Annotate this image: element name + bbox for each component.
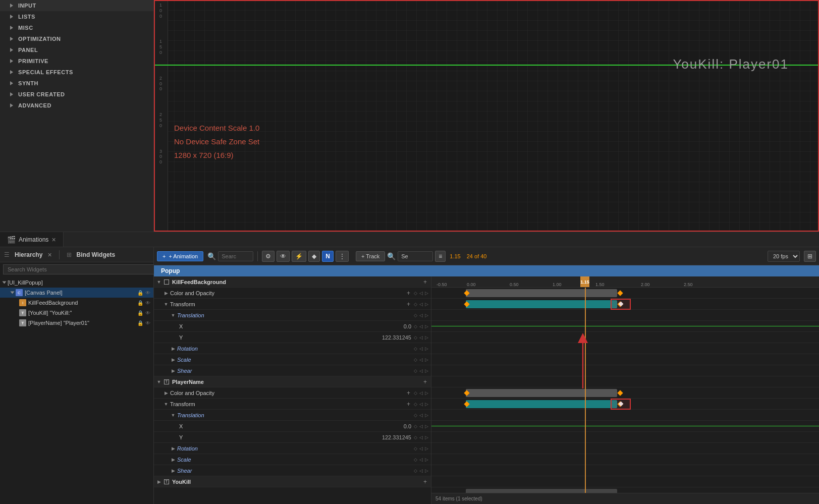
keyframe-icon[interactable]: ◇ bbox=[413, 413, 418, 418]
nav-next-icon[interactable]: ▷ bbox=[424, 357, 429, 362]
nav-next-icon[interactable]: ▷ bbox=[424, 402, 429, 407]
expand-icon[interactable]: ▼ bbox=[156, 279, 162, 285]
nav-prev-icon[interactable]: ◁ bbox=[419, 357, 423, 362]
track-add-button[interactable]: + bbox=[421, 378, 429, 385]
sidebar-item-primitive[interactable]: PRIMITIVE bbox=[0, 55, 153, 67]
expand-icon[interactable]: ▼ bbox=[170, 312, 176, 318]
nav-prev-icon[interactable]: ◁ bbox=[419, 446, 423, 451]
timeline-settings-button[interactable]: ⊞ bbox=[804, 251, 816, 262]
lock-icon[interactable]: 🔒 bbox=[137, 300, 143, 306]
nav-next-icon[interactable]: ▷ bbox=[424, 346, 429, 351]
keyframe-icon[interactable]: ◇ bbox=[413, 346, 418, 351]
nav-prev-icon[interactable]: ◁ bbox=[419, 324, 423, 329]
keyframe-icon[interactable]: ◇ bbox=[413, 402, 418, 407]
track-row-playername[interactable]: ▼ T PlayerName + bbox=[154, 376, 431, 387]
keyframe-icon[interactable]: ◇ bbox=[413, 424, 418, 429]
track-row-x-1[interactable]: X 0.0 ◇ ◁ ▷ bbox=[154, 321, 431, 332]
track-row-killfeed[interactable]: ▼ KillFeedBackground + bbox=[154, 276, 431, 288]
visibility-icon[interactable]: 👁 bbox=[145, 310, 150, 316]
nav-next-icon[interactable]: ▷ bbox=[424, 368, 429, 373]
nav-prev-icon[interactable]: ◁ bbox=[419, 335, 423, 340]
track-filter-button[interactable]: ≡ bbox=[435, 251, 446, 262]
track-row-x-2[interactable]: X 0.0 ◇ ◁ ▷ bbox=[154, 421, 431, 432]
tab-animations[interactable]: 🎬 Animations × bbox=[0, 232, 64, 247]
lock-icon[interactable]: 🔒 bbox=[137, 290, 143, 296]
track-add-button[interactable]: + bbox=[405, 389, 412, 397]
tree-item-playername[interactable]: T [PlayerName] "Player01" 🔒 👁 bbox=[0, 318, 153, 328]
keyframe-icon[interactable]: ◇ bbox=[413, 313, 418, 318]
nav-prev-icon[interactable]: ◁ bbox=[419, 435, 423, 440]
nav-next-icon[interactable]: ▷ bbox=[424, 313, 429, 318]
keyframe-icon[interactable]: ◇ bbox=[413, 291, 418, 296]
visibility-icon[interactable]: 👁 bbox=[145, 320, 150, 326]
sidebar-item-misc[interactable]: MISC bbox=[0, 22, 153, 33]
track-row-color-opacity-1[interactable]: ▶ Color and Opacity + ◇ ◁ ▷ bbox=[154, 288, 431, 299]
track-add-button[interactable]: + bbox=[405, 301, 412, 308]
playhead[interactable]: 1.15 bbox=[580, 276, 589, 288]
expand-icon[interactable]: ▶ bbox=[163, 290, 169, 296]
keyframe-icon[interactable]: ◇ bbox=[413, 357, 418, 362]
tree-item-ui-kill-popup[interactable]: [UI_KillPopup] bbox=[0, 277, 153, 288]
nav-prev-icon[interactable]: ◁ bbox=[419, 468, 423, 473]
nav-next-icon[interactable]: ▷ bbox=[424, 413, 429, 418]
expand-icon[interactable]: ▶ bbox=[170, 368, 176, 374]
tree-item-youkill[interactable]: T [YouKill] "YouKill:" 🔒 👁 bbox=[0, 308, 153, 318]
sidebar-item-user-created[interactable]: USER CREATED bbox=[0, 89, 153, 100]
track-row-youkill[interactable]: ▶ T YouKill + bbox=[154, 476, 431, 487]
sidebar-item-lists[interactable]: LISTS bbox=[0, 11, 153, 22]
nav-next-icon[interactable]: ▷ bbox=[424, 390, 429, 396]
expand-icon[interactable]: ▶ bbox=[170, 357, 176, 363]
track-row-y-1[interactable]: Y 122.331245 ◇ ◁ ▷ bbox=[154, 332, 431, 343]
nav-next-icon[interactable]: ▷ bbox=[424, 468, 429, 473]
track-search-input[interactable] bbox=[398, 251, 433, 261]
nav-next-icon[interactable]: ▷ bbox=[424, 302, 429, 307]
keyframe-icon[interactable]: ◇ bbox=[413, 390, 418, 396]
keyframe-icon[interactable]: ◇ bbox=[413, 468, 418, 473]
expand-icon[interactable]: ▼ bbox=[163, 301, 169, 307]
expand-icon[interactable]: ▶ bbox=[156, 479, 162, 485]
track-row-translation-2[interactable]: ▼ Translation ◇ ◁ ▷ bbox=[154, 410, 431, 421]
keyframe-icon[interactable]: ◇ bbox=[413, 335, 418, 340]
track-add-button[interactable]: + bbox=[405, 290, 412, 297]
nav-next-icon[interactable]: ▷ bbox=[424, 324, 429, 329]
nav-prev-icon[interactable]: ◁ bbox=[419, 413, 423, 418]
nav-next-icon[interactable]: ▷ bbox=[424, 335, 429, 340]
hierarchy-search-input[interactable] bbox=[3, 264, 156, 274]
track-row-scale-2[interactable]: ▶ Scale ◇ ◁ ▷ bbox=[154, 454, 431, 465]
track-row-color-opacity-2[interactable]: ▶ Color and Opacity + ◇ ◁ ▷ bbox=[154, 387, 431, 399]
tool-n-button[interactable]: N bbox=[322, 251, 334, 262]
tree-item-killfeed-background[interactable]: I KillFeedBackground 🔒 👁 bbox=[0, 298, 153, 308]
expand-icon[interactable]: ▼ bbox=[156, 379, 162, 385]
nav-prev-icon[interactable]: ◁ bbox=[419, 368, 423, 373]
track-row-transform-2[interactable]: ▼ Transform + ◇ ◁ ▷ bbox=[154, 399, 431, 410]
tree-item-canvas-panel[interactable]: C [Canvas Panel] 🔒 👁 bbox=[0, 288, 153, 298]
expand-icon[interactable]: ▶ bbox=[170, 468, 176, 474]
sidebar-item-synth[interactable]: SYNTH bbox=[0, 78, 153, 89]
nav-next-icon[interactable]: ▷ bbox=[424, 424, 429, 429]
track-row-transform-1[interactable]: ▼ Transform + ◇ ◁ ▷ bbox=[154, 299, 431, 310]
nav-prev-icon[interactable]: ◁ bbox=[419, 390, 423, 396]
expand-icon[interactable]: ▶ bbox=[163, 390, 169, 396]
sidebar-item-special-effects[interactable]: SPECIAL EFFECTS bbox=[0, 67, 153, 78]
visibility-icon[interactable]: 👁 bbox=[145, 290, 150, 296]
track-row-translation-1[interactable]: ▼ Translation ◇ ◁ ▷ bbox=[154, 310, 431, 321]
tool-eye-button[interactable]: 👁 bbox=[277, 251, 290, 262]
expand-icon[interactable]: ▼ bbox=[163, 401, 169, 407]
tool-bolt-button[interactable]: ⚡ bbox=[292, 251, 306, 262]
new-animation-button[interactable]: + + Animation bbox=[157, 251, 203, 261]
track-row-rotation-2[interactable]: ▶ Rotation ◇ ◁ ▷ bbox=[154, 443, 431, 454]
track-add-button[interactable]: + bbox=[405, 401, 412, 408]
keyframe-icon[interactable]: ◇ bbox=[413, 324, 418, 329]
tool-diamond-button[interactable]: ◆ bbox=[308, 251, 320, 262]
track-row-rotation-1[interactable]: ▶ Rotation ◇ ◁ ▷ bbox=[154, 343, 431, 354]
nav-prev-icon[interactable]: ◁ bbox=[419, 402, 423, 407]
keyframe-icon[interactable]: ◇ bbox=[413, 446, 418, 451]
sidebar-item-advanced[interactable]: ADVANCED bbox=[0, 100, 153, 111]
track-add-button[interactable]: + bbox=[421, 478, 429, 485]
nav-next-icon[interactable]: ▷ bbox=[424, 446, 429, 451]
keyframe-icon[interactable]: ◇ bbox=[413, 368, 418, 373]
nav-next-icon[interactable]: ▷ bbox=[424, 457, 429, 462]
tool-more-button[interactable]: ⋮ bbox=[336, 251, 349, 262]
nav-prev-icon[interactable]: ◁ bbox=[419, 291, 423, 296]
keyframe-icon[interactable]: ◇ bbox=[413, 457, 418, 462]
